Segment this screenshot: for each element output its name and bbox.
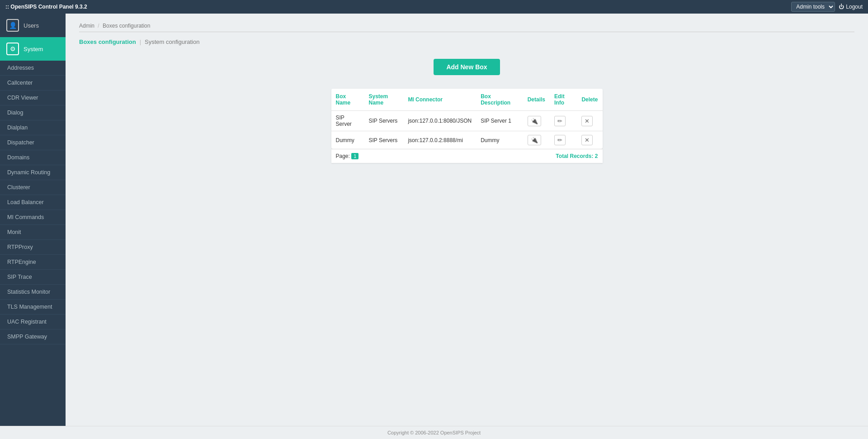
sidebar-item-statistics-monitor[interactable]: Statistics Monitor <box>0 285 66 300</box>
col-details: Details <box>523 89 550 111</box>
row1-system-name: SIP Servers <box>364 111 403 131</box>
app-title: :: OpenSIPS Control Panel 9.3.2 <box>5 4 87 10</box>
logout-label: Logout <box>846 4 863 10</box>
col-box-name: Box Name <box>331 89 364 111</box>
system-label: System <box>24 46 43 52</box>
sidebar-item-domains[interactable]: Domains <box>0 150 66 165</box>
row1-details-cell: 🔌 <box>523 111 550 131</box>
sidebar-item-callcenter[interactable]: Callcenter <box>0 76 66 91</box>
sidebar: 👤 Users ⚙ System Addresses Callcenter CD… <box>0 14 66 426</box>
sidebar-item-addresses[interactable]: Addresses <box>0 61 66 76</box>
row2-edit-cell: ✏ <box>550 131 577 149</box>
boxes-table: Box Name System Name MI Connector Box De… <box>331 89 603 149</box>
row2-edit-button[interactable]: ✏ <box>554 135 566 145</box>
edit-icon: ✏ <box>557 118 562 124</box>
details-icon: 🔌 <box>531 118 538 124</box>
sidebar-item-smpp-gateway[interactable]: SMPP Gateway <box>0 329 66 344</box>
row1-box-name: SIP Server <box>331 111 364 131</box>
details-icon: 🔌 <box>531 137 538 143</box>
row2-delete-button[interactable]: ✕ <box>581 135 593 145</box>
delete-icon: ✕ <box>585 137 590 143</box>
row1-details-button[interactable]: 🔌 <box>528 116 541 126</box>
row1-mi-connector: json:127.0.0.1:8080/JSON <box>403 111 476 131</box>
sidebar-item-users[interactable]: 👤 Users <box>0 14 66 37</box>
row2-delete-cell: ✕ <box>577 131 602 149</box>
nav-links: Boxes configuration | System configurati… <box>79 38 854 45</box>
page-number[interactable]: 1 <box>351 153 359 159</box>
sidebar-item-cdr-viewer[interactable]: CDR Viewer <box>0 91 66 105</box>
nav-boxes-config[interactable]: Boxes configuration <box>79 38 136 45</box>
logout-button[interactable]: ⏻ Logout <box>839 4 863 10</box>
table-footer: Page: 1 Total Records: 2 <box>331 149 603 163</box>
table-header-row: Box Name System Name MI Connector Box De… <box>331 89 603 111</box>
row2-box-description: Dummy <box>476 131 523 149</box>
footer: Copyright © 2006-2022 OpenSIPS Project <box>0 426 868 439</box>
row2-system-name: SIP Servers <box>364 131 403 149</box>
power-icon: ⏻ <box>839 4 844 10</box>
edit-icon: ✏ <box>557 137 562 143</box>
breadcrumb: Admin / Boxes configuration <box>79 23 854 29</box>
nav-link-separator: | <box>140 38 141 45</box>
row2-mi-connector: json:127.0.0.2:8888/mi <box>403 131 476 149</box>
add-button-wrapper: Add New Box <box>79 59 854 75</box>
add-new-box-button[interactable]: Add New Box <box>434 59 500 75</box>
copyright-text: Copyright © 2006-2022 OpenSIPS Project <box>387 430 481 435</box>
row1-edit-cell: ✏ <box>550 111 577 131</box>
pagination: Page: 1 <box>336 153 359 159</box>
breadcrumb-divider-line <box>79 32 854 32</box>
sidebar-item-dispatcher[interactable]: Dispatcher <box>0 135 66 150</box>
sidebar-item-mi-commands[interactable]: MI Commands <box>0 210 66 225</box>
sidebar-item-dialog[interactable]: Dialog <box>0 105 66 120</box>
users-icon: 👤 <box>6 19 19 32</box>
row1-edit-button[interactable]: ✏ <box>554 116 566 126</box>
breadcrumb-admin: Admin <box>79 23 94 29</box>
system-icon: ⚙ <box>6 43 19 55</box>
sidebar-item-load-balancer[interactable]: Load Balancer <box>0 195 66 210</box>
table-row: SIP Server SIP Servers json:127.0.0.1:80… <box>331 111 603 131</box>
row2-details-button[interactable]: 🔌 <box>528 135 541 145</box>
boxes-table-wrapper: Box Name System Name MI Connector Box De… <box>331 89 603 149</box>
row2-details-cell: 🔌 <box>523 131 550 149</box>
sidebar-item-dialplan[interactable]: Dialplan <box>0 120 66 135</box>
sidebar-item-uac-registrant[interactable]: UAC Registrant <box>0 315 66 329</box>
breadcrumb-separator: / <box>98 23 99 29</box>
row1-delete-cell: ✕ <box>577 111 602 131</box>
topbar-right: Admin tools ⏻ Logout <box>791 2 863 12</box>
sidebar-item-clusterer[interactable]: Clusterer <box>0 180 66 195</box>
col-system-name: System Name <box>364 89 403 111</box>
col-delete: Delete <box>577 89 602 111</box>
delete-icon: ✕ <box>585 118 590 124</box>
sidebar-item-sip-trace[interactable]: SIP Trace <box>0 270 66 285</box>
sidebar-item-monit[interactable]: Monit <box>0 225 66 240</box>
table-row: Dummy SIP Servers json:127.0.0.2:8888/mi… <box>331 131 603 149</box>
topbar: :: OpenSIPS Control Panel 9.3.2 Admin to… <box>0 0 868 14</box>
sidebar-item-tls-management[interactable]: TLS Management <box>0 300 66 315</box>
col-edit-info: Edit Info <box>550 89 577 111</box>
sidebar-item-rtpengine[interactable]: RTPEngine <box>0 255 66 270</box>
col-mi-connector: MI Connector <box>403 89 476 111</box>
row1-delete-button[interactable]: ✕ <box>581 116 593 126</box>
page-label: Page: <box>336 153 350 159</box>
admin-tools-select[interactable]: Admin tools <box>791 2 835 12</box>
sidebar-item-dynamic-routing[interactable]: Dynamic Routing <box>0 165 66 180</box>
sidebar-item-system[interactable]: ⚙ System <box>0 37 66 61</box>
users-label: Users <box>24 22 39 29</box>
sidebar-item-rtpproxy[interactable]: RTPProxy <box>0 240 66 255</box>
row1-box-description: SIP Server 1 <box>476 111 523 131</box>
nav-system-config[interactable]: System configuration <box>145 38 199 45</box>
total-records: Total Records: 2 <box>556 153 598 159</box>
breadcrumb-page: Boxes configuration <box>103 23 150 29</box>
row2-box-name: Dummy <box>331 131 364 149</box>
content-area: Admin / Boxes configuration Boxes config… <box>66 14 868 426</box>
col-box-description: Box Description <box>476 89 523 111</box>
main-layout: 👤 Users ⚙ System Addresses Callcenter CD… <box>0 14 868 426</box>
